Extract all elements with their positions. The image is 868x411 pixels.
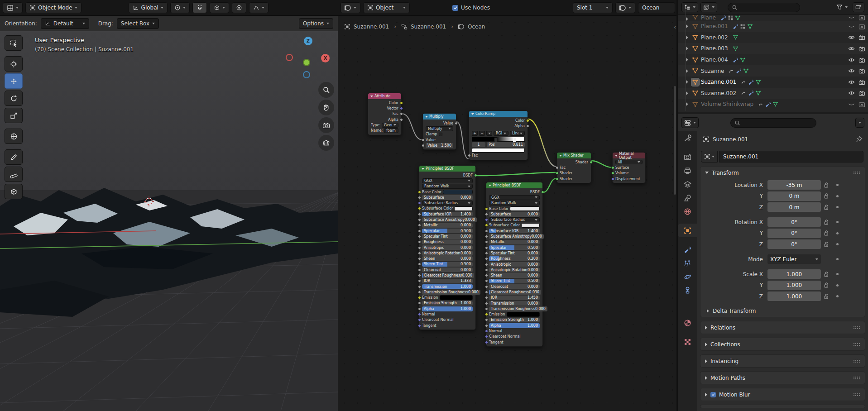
properties-editor[interactable]: Suzanne.001 Suzanne.001 Transform Loca (678, 114, 868, 411)
object-name[interactable]: Plane.003 (701, 45, 728, 52)
mesh-data-icon[interactable] (735, 15, 741, 21)
properties-tab[interactable] (678, 316, 697, 330)
node-principled-bsdf-2[interactable]: Principled BSDF BSDF GGX (486, 182, 543, 347)
collapsed-panel[interactable]: Motion Blur (700, 388, 865, 401)
shader-editor[interactable]: Object Use Nodes Slot 1 Ocean Suzann (338, 0, 678, 411)
drag-value-dropdown[interactable]: Select Box (117, 18, 159, 29)
node-row[interactable]: Multiply (423, 126, 456, 131)
node-row[interactable]: GGX (419, 178, 475, 183)
mode-dropdown[interactable]: Object Mode (25, 2, 82, 13)
modifier-grid-icon[interactable] (728, 15, 734, 21)
node-row[interactable]: Value (423, 137, 456, 143)
object-name[interactable]: Volume Shrinkwrap (701, 101, 753, 107)
node-row[interactable]: Clearcoat Roughness0.030 (419, 272, 475, 278)
node-row[interactable]: Value1.500 (423, 143, 456, 148)
object-browse-dropdown[interactable] (701, 151, 718, 162)
node-material-output[interactable]: Material Output All Surface Volume (612, 152, 646, 183)
toolbar-button[interactable] (5, 167, 23, 182)
node-row[interactable]: Subsurface IOR1.400 (486, 228, 542, 234)
node-row[interactable]: IOR1.450 (486, 295, 542, 301)
ramp-options-button[interactable] (486, 131, 492, 136)
outliner[interactable]: Plane Plane.001 (678, 0, 868, 112)
properties-tab[interactable] (678, 297, 697, 311)
hide-viewport-icon[interactable] (848, 67, 855, 74)
node-colorramp[interactable]: ColorRamp Color Alpha + − RGB Linear (469, 110, 528, 160)
disable-render-icon[interactable] (858, 67, 865, 74)
outliner-row[interactable]: Suzanne.001 (678, 76, 868, 88)
use-nodes-toggle[interactable]: Use Nodes (452, 5, 490, 11)
transform-value-field[interactable]: 1.000 (767, 292, 821, 301)
node-row[interactable]: Normal (419, 311, 475, 317)
node-row[interactable]: Transmission0.000 (486, 301, 542, 306)
node-row[interactable]: Clearcoat Roughness0.030 (486, 289, 542, 295)
outliner-row[interactable]: Volume Shrinkwrap (678, 99, 868, 110)
node-row[interactable]: Fac (368, 111, 401, 117)
add-stop-button[interactable]: + (472, 131, 478, 136)
lock-icon[interactable] (821, 204, 832, 210)
node-row[interactable]: Subsurface0.000 (419, 195, 475, 200)
disable-render-icon[interactable] (858, 79, 865, 86)
hide-viewport-icon[interactable] (848, 45, 855, 52)
animate-dot[interactable] (836, 195, 839, 197)
node-row[interactable]: Subsurface Radius (419, 200, 475, 206)
new-collection-button[interactable] (853, 2, 864, 12)
node-row[interactable]: Fac (469, 153, 528, 158)
node-row[interactable]: Roughness0.200 (486, 256, 542, 262)
gizmo-axis-x[interactable]: X (321, 54, 330, 62)
mesh-data-icon[interactable] (733, 34, 739, 40)
node-row[interactable]: Sheen Tint0.500 (486, 278, 542, 284)
transform-panel-header[interactable]: Transform (700, 167, 865, 179)
toolbar-button[interactable] (5, 149, 23, 165)
node-row[interactable]: Clearcoat Normal (486, 334, 542, 339)
node-row[interactable]: Alpha (368, 117, 401, 122)
toolbar-button[interactable] (5, 129, 23, 144)
node-row[interactable]: Anisotropic Rotation0.000 (486, 267, 542, 272)
node-row[interactable]: Emission (419, 295, 475, 301)
node-row[interactable]: Specular Tint0.000 (419, 234, 475, 239)
node-row[interactable]: Clamp (423, 132, 456, 137)
motion-blur-checkbox[interactable] (710, 392, 716, 397)
node-row[interactable]: Subsurface Color (419, 206, 475, 211)
color-mode-dropdown[interactable]: RGB (494, 131, 508, 136)
panel-grip[interactable] (853, 343, 860, 346)
collapsed-panel[interactable]: Relations (700, 321, 865, 334)
transform-value-field[interactable]: -35 m (767, 180, 821, 190)
node-row[interactable]: Subsurface Anisotropy0.000 (486, 234, 542, 239)
animate-dot[interactable] (836, 206, 839, 208)
node-row[interactable]: Emission Strength1.000 (486, 317, 542, 323)
snap-target-dropdown[interactable] (210, 2, 229, 13)
node-row[interactable]: Specular Tint0.000 (486, 250, 542, 256)
collapsed-panel[interactable]: Collections (700, 338, 865, 351)
expand-icon[interactable] (686, 36, 688, 39)
object-icon[interactable] (691, 67, 699, 75)
ramp-handle-1[interactable] (513, 137, 516, 142)
editor-type-dropdown[interactable] (681, 117, 699, 128)
node-row[interactable]: Roughness0.000 (419, 239, 475, 245)
constraint-icon[interactable] (741, 79, 747, 85)
node-row[interactable]: Specular0.500 (486, 245, 542, 250)
outliner-row[interactable]: Plane.002 (678, 32, 868, 43)
hide-viewport-icon[interactable] (848, 90, 855, 96)
properties-tab[interactable] (678, 224, 697, 237)
node-row[interactable]: Alpha1.000 (486, 323, 542, 328)
node-row[interactable]: Random Walk (486, 201, 542, 206)
pin-icon[interactable] (856, 136, 863, 143)
orientation-value-dropdown[interactable]: Default (41, 18, 89, 29)
lock-icon[interactable] (821, 230, 832, 236)
modifier-grid-icon[interactable] (740, 24, 746, 29)
outliner-row[interactable]: Plane.001 (678, 21, 868, 32)
node-row[interactable]: BSDF (419, 172, 475, 178)
expand-icon[interactable] (686, 69, 688, 73)
material-name-field[interactable]: Ocean (638, 2, 675, 13)
pivot-point-dropdown[interactable] (170, 2, 190, 13)
object-name[interactable]: Plane.004 (701, 57, 728, 63)
object-icon[interactable] (691, 89, 699, 97)
transform-orientation-dropdown[interactable]: Global (129, 2, 168, 13)
expand-icon[interactable] (686, 17, 688, 21)
node-principled-bsdf-1[interactable]: Principled BSDF BSDF GGX (419, 165, 476, 330)
collapsed-panel[interactable]: Motion Paths (700, 371, 865, 384)
expand-icon[interactable] (686, 58, 688, 62)
zoom-button[interactable] (318, 82, 334, 98)
node-math-multiply[interactable]: Multiply Value Multiply (422, 113, 456, 150)
hide-viewport-icon[interactable] (848, 57, 855, 63)
